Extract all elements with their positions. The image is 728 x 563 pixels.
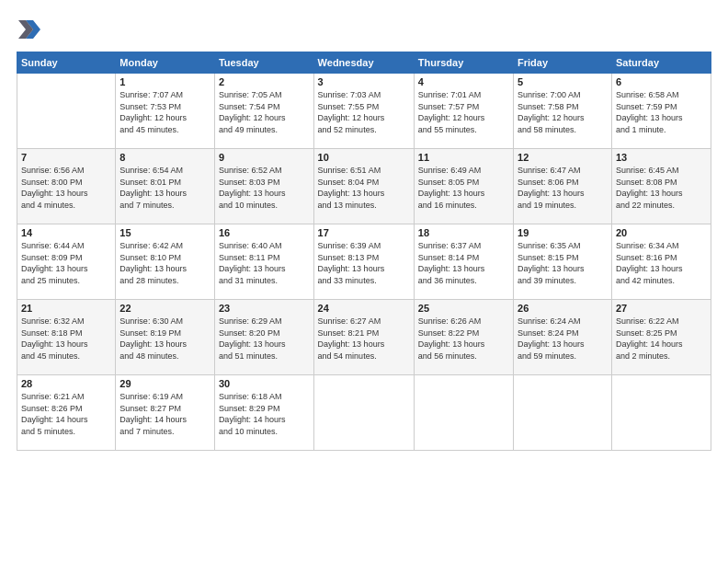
day-info: Sunrise: 6:35 AM Sunset: 8:15 PM Dayligh… xyxy=(518,240,608,286)
day-number: 19 xyxy=(518,227,608,238)
day-number: 28 xyxy=(21,378,111,389)
calendar-cell: 10Sunrise: 6:51 AM Sunset: 8:04 PM Dayli… xyxy=(313,149,414,224)
day-number: 30 xyxy=(219,378,310,389)
week-row-1: 1Sunrise: 7:07 AM Sunset: 7:53 PM Daylig… xyxy=(17,74,711,149)
page: SundayMondayTuesdayWednesdayThursdayFrid… xyxy=(0,0,728,460)
day-number: 12 xyxy=(518,152,608,163)
day-info: Sunrise: 6:54 AM Sunset: 8:01 PM Dayligh… xyxy=(119,165,210,211)
calendar-cell: 5Sunrise: 7:00 AM Sunset: 7:58 PM Daylig… xyxy=(514,74,612,149)
calendar-cell: 6Sunrise: 6:58 AM Sunset: 7:59 PM Daylig… xyxy=(611,74,711,149)
week-row-3: 14Sunrise: 6:44 AM Sunset: 8:09 PM Dayli… xyxy=(17,224,711,300)
day-number: 13 xyxy=(616,152,707,163)
calendar-cell: 18Sunrise: 6:37 AM Sunset: 8:14 PM Dayli… xyxy=(414,224,513,300)
calendar-cell: 28Sunrise: 6:21 AM Sunset: 8:26 PM Dayli… xyxy=(17,375,116,451)
day-info: Sunrise: 6:22 AM Sunset: 8:25 PM Dayligh… xyxy=(616,316,707,362)
calendar-cell: 8Sunrise: 6:54 AM Sunset: 8:01 PM Daylig… xyxy=(116,149,215,224)
day-number: 29 xyxy=(119,378,210,389)
day-number: 24 xyxy=(318,303,410,314)
calendar-cell: 23Sunrise: 6:29 AM Sunset: 8:20 PM Dayli… xyxy=(214,300,313,375)
day-info: Sunrise: 6:51 AM Sunset: 8:04 PM Dayligh… xyxy=(318,165,410,211)
day-number: 16 xyxy=(219,227,310,238)
day-info: Sunrise: 6:27 AM Sunset: 8:21 PM Dayligh… xyxy=(318,316,410,362)
calendar-cell: 22Sunrise: 6:30 AM Sunset: 8:19 PM Dayli… xyxy=(116,300,215,375)
header-wednesday: Wednesday xyxy=(313,52,414,74)
day-info: Sunrise: 6:44 AM Sunset: 8:09 PM Dayligh… xyxy=(21,240,111,286)
day-number: 20 xyxy=(616,227,707,238)
header-tuesday: Tuesday xyxy=(214,52,313,74)
calendar-cell: 14Sunrise: 6:44 AM Sunset: 8:09 PM Dayli… xyxy=(17,224,116,300)
calendar-cell: 3Sunrise: 7:03 AM Sunset: 7:55 PM Daylig… xyxy=(313,74,414,149)
day-number: 15 xyxy=(119,227,210,238)
calendar-cell: 4Sunrise: 7:01 AM Sunset: 7:57 PM Daylig… xyxy=(414,74,513,149)
day-number: 3 xyxy=(318,76,410,87)
calendar-cell xyxy=(414,375,513,451)
day-number: 23 xyxy=(219,303,310,314)
day-info: Sunrise: 6:58 AM Sunset: 7:59 PM Dayligh… xyxy=(616,89,707,135)
day-number: 26 xyxy=(518,303,608,314)
header-thursday: Thursday xyxy=(414,52,513,74)
day-number: 2 xyxy=(219,76,310,87)
day-info: Sunrise: 7:00 AM Sunset: 7:58 PM Dayligh… xyxy=(518,89,608,135)
day-info: Sunrise: 7:07 AM Sunset: 7:53 PM Dayligh… xyxy=(119,89,210,135)
day-info: Sunrise: 6:45 AM Sunset: 8:08 PM Dayligh… xyxy=(616,165,707,211)
day-info: Sunrise: 7:03 AM Sunset: 7:55 PM Dayligh… xyxy=(318,89,410,135)
week-row-5: 28Sunrise: 6:21 AM Sunset: 8:26 PM Dayli… xyxy=(17,375,711,451)
header-saturday: Saturday xyxy=(611,52,711,74)
calendar-cell: 15Sunrise: 6:42 AM Sunset: 8:10 PM Dayli… xyxy=(116,224,215,300)
calendar-cell: 16Sunrise: 6:40 AM Sunset: 8:11 PM Dayli… xyxy=(214,224,313,300)
calendar-cell xyxy=(514,375,612,451)
day-number: 11 xyxy=(418,152,509,163)
day-info: Sunrise: 6:40 AM Sunset: 8:11 PM Dayligh… xyxy=(219,240,310,286)
day-info: Sunrise: 6:37 AM Sunset: 8:14 PM Dayligh… xyxy=(418,240,509,286)
logo xyxy=(17,17,46,42)
day-number: 21 xyxy=(21,303,111,314)
calendar-cell: 20Sunrise: 6:34 AM Sunset: 8:16 PM Dayli… xyxy=(611,224,711,300)
day-info: Sunrise: 6:34 AM Sunset: 8:16 PM Dayligh… xyxy=(616,240,707,286)
header-friday: Friday xyxy=(514,52,612,74)
calendar-cell: 2Sunrise: 7:05 AM Sunset: 7:54 PM Daylig… xyxy=(214,74,313,149)
header-monday: Monday xyxy=(116,52,215,74)
calendar-cell xyxy=(313,375,414,451)
day-number: 8 xyxy=(119,152,210,163)
calendar-table: SundayMondayTuesdayWednesdayThursdayFrid… xyxy=(17,52,711,451)
day-number: 6 xyxy=(616,76,707,87)
day-info: Sunrise: 6:47 AM Sunset: 8:06 PM Dayligh… xyxy=(518,165,608,211)
day-info: Sunrise: 6:39 AM Sunset: 8:13 PM Dayligh… xyxy=(318,240,410,286)
calendar-cell: 9Sunrise: 6:52 AM Sunset: 8:03 PM Daylig… xyxy=(214,149,313,224)
calendar-cell: 29Sunrise: 6:19 AM Sunset: 8:27 PM Dayli… xyxy=(116,375,215,451)
day-number: 7 xyxy=(21,152,111,163)
day-info: Sunrise: 6:21 AM Sunset: 8:26 PM Dayligh… xyxy=(21,391,111,437)
calendar-cell xyxy=(611,375,711,451)
week-row-2: 7Sunrise: 6:56 AM Sunset: 8:00 PM Daylig… xyxy=(17,149,711,224)
calendar-cell: 30Sunrise: 6:18 AM Sunset: 8:29 PM Dayli… xyxy=(214,375,313,451)
calendar-cell xyxy=(17,74,116,149)
day-number: 1 xyxy=(119,76,210,87)
day-info: Sunrise: 6:26 AM Sunset: 8:22 PM Dayligh… xyxy=(418,316,509,362)
logo-icon xyxy=(17,17,42,42)
calendar-cell: 19Sunrise: 6:35 AM Sunset: 8:15 PM Dayli… xyxy=(514,224,612,300)
day-number: 22 xyxy=(119,303,210,314)
calendar-cell: 12Sunrise: 6:47 AM Sunset: 8:06 PM Dayli… xyxy=(514,149,612,224)
day-info: Sunrise: 6:29 AM Sunset: 8:20 PM Dayligh… xyxy=(219,316,310,362)
day-number: 14 xyxy=(21,227,111,238)
calendar-cell: 7Sunrise: 6:56 AM Sunset: 8:00 PM Daylig… xyxy=(17,149,116,224)
day-info: Sunrise: 6:49 AM Sunset: 8:05 PM Dayligh… xyxy=(418,165,509,211)
calendar-cell: 24Sunrise: 6:27 AM Sunset: 8:21 PM Dayli… xyxy=(313,300,414,375)
day-number: 25 xyxy=(418,303,509,314)
day-number: 17 xyxy=(318,227,410,238)
calendar-header-row: SundayMondayTuesdayWednesdayThursdayFrid… xyxy=(17,52,711,74)
day-info: Sunrise: 7:05 AM Sunset: 7:54 PM Dayligh… xyxy=(219,89,310,135)
day-info: Sunrise: 6:30 AM Sunset: 8:19 PM Dayligh… xyxy=(119,316,210,362)
day-number: 9 xyxy=(219,152,310,163)
day-info: Sunrise: 6:32 AM Sunset: 8:18 PM Dayligh… xyxy=(21,316,111,362)
calendar-cell: 13Sunrise: 6:45 AM Sunset: 8:08 PM Dayli… xyxy=(611,149,711,224)
day-number: 4 xyxy=(418,76,509,87)
day-number: 5 xyxy=(518,76,608,87)
header-sunday: Sunday xyxy=(17,52,116,74)
day-number: 18 xyxy=(418,227,509,238)
day-info: Sunrise: 6:19 AM Sunset: 8:27 PM Dayligh… xyxy=(119,391,210,437)
day-number: 27 xyxy=(616,303,707,314)
calendar-cell: 21Sunrise: 6:32 AM Sunset: 8:18 PM Dayli… xyxy=(17,300,116,375)
calendar-cell: 25Sunrise: 6:26 AM Sunset: 8:22 PM Dayli… xyxy=(414,300,513,375)
day-info: Sunrise: 6:56 AM Sunset: 8:00 PM Dayligh… xyxy=(21,165,111,211)
